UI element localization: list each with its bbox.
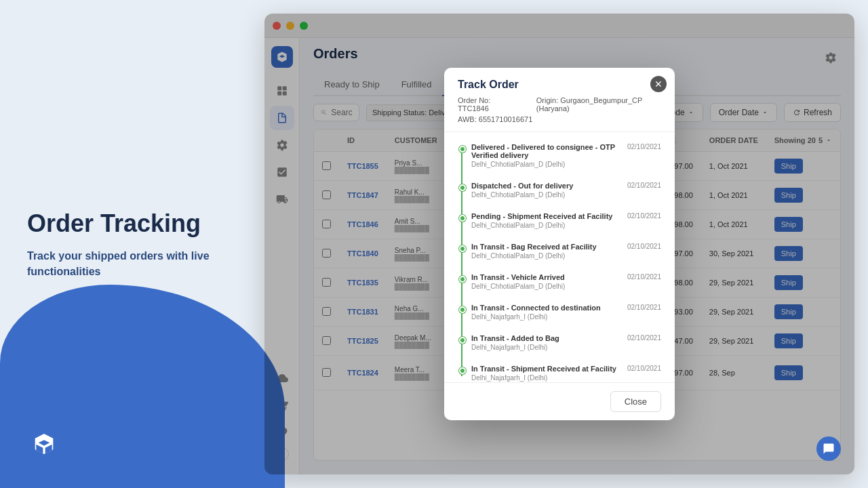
timeline-dot	[459, 215, 466, 222]
timeline-content: Pending - Shipment Received at Facility …	[471, 212, 620, 229]
timeline-dot	[459, 367, 466, 374]
timeline-content: In Transit - Vehicle Arrived Delhi_Chhot…	[471, 273, 620, 290]
modal-origin: Origin: Gurgaon_Begumpur_CP (Haryana)	[536, 96, 661, 113]
timeline-date: 02/10/2021	[627, 365, 661, 372]
timeline-content: In Transit - Bag Received at Facility De…	[471, 243, 620, 260]
timeline-event: Dispatched - Out for delivery	[471, 182, 620, 190]
timeline-event: In Transit - Bag Received at Facility	[471, 243, 620, 251]
timeline-date: 02/10/2021	[627, 212, 661, 220]
timeline-location: Delhi_ChhotialPalam_D (Delhi)	[471, 161, 620, 168]
timeline-location: Delhi_ChhotialPalam_D (Delhi)	[471, 252, 620, 260]
timeline-event: Pending - Shipment Received at Facility	[471, 212, 620, 220]
chat-icon	[823, 443, 835, 455]
timeline-content: Dispatched - Out for delivery Delhi_Chho…	[471, 182, 620, 199]
modal-meta: Order No: TTC1846 Origin: Gurgaon_Begump…	[458, 96, 661, 113]
chat-bubble[interactable]	[816, 436, 841, 461]
timeline-date: 02/10/2021	[627, 143, 661, 150]
timeline-location: Delhi_ChhotialPalam_D (Delhi)	[471, 222, 620, 229]
timeline-location: Delhi_ChhotialPalam_D (Delhi)	[471, 191, 620, 199]
timeline-event: In Transit - Vehicle Arrived	[471, 273, 620, 281]
timeline-dot	[459, 146, 466, 152]
timeline-event: In Transit - Shipment Received at Facili…	[471, 365, 620, 373]
timeline-item: In Transit - Vehicle Arrived Delhi_Chhot…	[471, 273, 661, 290]
timeline-date: 02/10/2021	[627, 243, 661, 250]
timeline-date: 02/10/2021	[627, 273, 661, 281]
timeline-location: Delhi_Najafgarh_I (Delhi)	[471, 374, 620, 382]
timeline-item: Pending - Shipment Received at Facility …	[471, 212, 661, 229]
left-panel: Order Tracking Track your shipped orders…	[0, 0, 264, 488]
timeline-dot	[459, 245, 466, 252]
timeline-content: Delivered - Delivered to consignee - OTP…	[471, 143, 620, 168]
timeline-event: In Transit - Added to Bag	[471, 334, 620, 342]
timeline-date: 02/10/2021	[627, 182, 661, 189]
timeline-dot	[459, 276, 466, 283]
modal-awb: AWB: 6551710016671	[458, 115, 661, 123]
modal-title: Track Order	[458, 79, 661, 91]
timeline: Delivered - Delivered to consignee - OTP…	[458, 143, 661, 382]
timeline-date: 02/10/2021	[627, 304, 661, 311]
track-order-modal: Track Order Order No: TTC1846 Origin: Gu…	[444, 68, 675, 420]
box-icon	[31, 430, 58, 458]
timeline-item: In Transit - Connected to destination De…	[471, 304, 661, 321]
timeline-item: In Transit - Bag Received at Facility De…	[471, 243, 661, 260]
timeline-date: 02/10/2021	[627, 334, 661, 342]
timeline-item: Dispatched - Out for delivery Delhi_Chho…	[471, 182, 661, 199]
timeline-item: In Transit - Added to Bag Delhi_Najafgar…	[471, 334, 661, 351]
timeline-location: Delhi_Najafgarh_I (Delhi)	[471, 344, 620, 351]
timeline-content: In Transit - Shipment Received at Facili…	[471, 365, 620, 382]
modal-header: Track Order Order No: TTC1846 Origin: Gu…	[444, 68, 675, 132]
modal-overlay[interactable]: Track Order Order No: TTC1846 Origin: Gu…	[264, 14, 854, 474]
timeline-location: Delhi_Najafgarh_I (Delhi)	[471, 313, 620, 321]
timeline-dot	[459, 337, 466, 344]
timeline-content: In Transit - Connected to destination De…	[471, 304, 620, 321]
page-title: Order Tracking	[27, 209, 237, 238]
timeline-location: Delhi_ChhotialPalam_D (Delhi)	[471, 283, 620, 290]
modal-body: Delivered - Delivered to consignee - OTP…	[444, 132, 675, 382]
close-modal-button[interactable]: Close	[610, 391, 661, 412]
modal-footer: Close	[444, 382, 675, 420]
timeline-event: Delivered - Delivered to consignee - OTP…	[471, 143, 620, 159]
timeline-item: In Transit - Shipment Received at Facili…	[471, 365, 661, 382]
timeline-dot	[459, 306, 466, 313]
timeline-content: In Transit - Added to Bag Delhi_Najafgar…	[471, 334, 620, 351]
modal-order-no: Order No: TTC1846	[458, 96, 516, 113]
page-subtitle: Track your shipped orders with live func…	[27, 249, 237, 279]
modal-close-button[interactable]: ✕	[650, 76, 667, 92]
main-window: › Orders Ready to Ship Fulfilled Deliv..…	[264, 14, 854, 474]
app-icon-bottom	[20, 420, 68, 468]
timeline-event: In Transit - Connected to destination	[471, 304, 620, 312]
timeline-dot	[459, 184, 466, 191]
timeline-item: Delivered - Delivered to consignee - OTP…	[471, 143, 661, 168]
